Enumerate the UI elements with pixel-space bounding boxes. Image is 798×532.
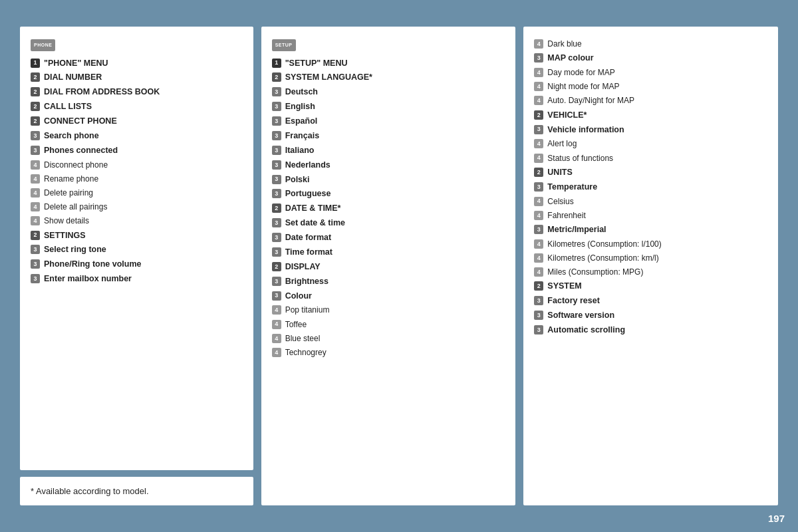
level-3-badge: 3: [31, 245, 40, 254]
item-label: Nederlands: [285, 160, 331, 171]
list-item: 4Fahrenheit: [534, 210, 767, 221]
item-label: Time format: [285, 247, 332, 258]
item-label: Colour: [285, 291, 312, 302]
item-label: SYSTEM: [547, 281, 581, 292]
item-label: DIAL NUMBER: [44, 72, 102, 83]
level-3-badge: 3: [272, 87, 281, 96]
list-item: 4Miles (Consumption: MPG): [534, 267, 767, 277]
list-item: 3Metric/Imperial: [534, 224, 767, 235]
item-label: Italiano: [285, 145, 315, 156]
list-item: 2SYSTEM: [534, 281, 767, 292]
item-label: Day mode for MAP: [547, 67, 614, 78]
level-3-badge: 3: [31, 274, 40, 283]
level-4-badge: 4: [31, 160, 40, 170]
item-label: Polski: [285, 174, 310, 186]
item-label: Brightness: [285, 276, 329, 287]
item-label: Date format: [285, 232, 331, 243]
level-3-badge: 3: [272, 291, 281, 301]
list-item: 3Software version: [534, 310, 767, 321]
list-item: 3Español: [272, 116, 505, 127]
level-3-badge: 3: [272, 116, 281, 126]
list-item: 3Polski: [272, 174, 505, 186]
item-label: Fahrenheit: [547, 210, 585, 221]
list-item: 3Automatic scrolling: [534, 325, 767, 336]
level-3-badge: 3: [272, 218, 281, 227]
item-label: Delete pairing: [44, 188, 93, 198]
list-item: 3Portuguese: [272, 188, 505, 200]
item-label: Français: [285, 130, 319, 142]
level-3-badge: 3: [534, 53, 543, 63]
item-label: Alert log: [547, 138, 577, 149]
level-3-badge: 3: [272, 247, 281, 257]
item-label: Night mode for MAP: [547, 81, 619, 92]
list-item: 4Rename phone: [31, 174, 243, 184]
list-item: 2DISPLAY: [272, 261, 505, 273]
level-2-badge: 2: [31, 72, 40, 82]
list-item: 3Phone/Ring tone volume: [31, 259, 243, 270]
list-item: 3Deutsch: [272, 86, 505, 98]
list-item: 2SETTINGS: [31, 230, 243, 241]
item-label: DISPLAY: [285, 261, 321, 273]
list-item: 4Kilometres (Consumption: l/100): [534, 239, 767, 249]
list-item: 4Auto. Day/Night for MAP: [534, 95, 767, 106]
list-item: 3Vehicle information: [534, 124, 767, 136]
level-3-badge: 3: [534, 311, 543, 320]
list-item: 4Toffee: [272, 319, 505, 330]
level-4-badge: 4: [534, 253, 543, 263]
list-item: 3Nederlands: [272, 160, 505, 171]
level-2-badge: 2: [534, 281, 543, 291]
item-label: Kilometres (Consumption: km/l): [547, 253, 658, 263]
item-label: Blue steel: [285, 333, 321, 344]
list-item: 1"PHONE" MENU: [31, 58, 243, 69]
item-label: Search phone: [44, 130, 99, 142]
setup-icon: SETUP: [272, 39, 296, 51]
list-item: 4Disconnect phone: [31, 160, 243, 170]
page-number: 197: [768, 513, 785, 524]
item-label: Miles (Consumption: MPG): [547, 267, 643, 277]
list-item: 4Delete pairing: [31, 188, 243, 198]
level-4-badge: 4: [272, 334, 281, 343]
item-label: Factory reset: [547, 295, 600, 307]
list-item: 3Select ring tone: [31, 244, 243, 255]
list-item: 2CALL LISTS: [31, 101, 243, 112]
item-label: SETTINGS: [44, 230, 86, 241]
level-2-badge: 2: [272, 203, 281, 213]
item-label: Status of functions: [547, 153, 613, 164]
level-4-badge: 4: [534, 267, 543, 277]
item-label: Dark blue: [547, 39, 581, 49]
level-4-badge: 4: [534, 96, 543, 105]
item-label: Delete all pairings: [44, 201, 107, 212]
level-3-badge: 3: [534, 296, 543, 305]
item-label: Technogrey: [285, 347, 327, 358]
level-4-badge: 4: [31, 174, 40, 184]
list-item: 4Day mode for MAP: [534, 67, 767, 78]
list-item: 2CONNECT PHONE: [31, 116, 243, 127]
level-2-badge: 2: [31, 87, 40, 96]
list-item: 2DIAL FROM ADDRESS BOOK: [31, 86, 243, 98]
list-item: 3English: [272, 101, 505, 112]
level-3-badge: 3: [272, 175, 281, 184]
item-label: Portuguese: [285, 188, 331, 200]
item-label: Temperature: [547, 182, 597, 193]
item-label: Select ring tone: [44, 244, 106, 255]
level-3-badge: 3: [272, 131, 281, 140]
list-item: 3Enter mailbox number: [31, 273, 243, 285]
item-label: Phone/Ring tone volume: [44, 259, 142, 270]
list-item: 2DATE & TIME*: [272, 203, 505, 214]
right-panel: 4Dark blue3MAP colour4Day mode for MAP4N…: [523, 27, 778, 505]
list-item: 4Dark blue: [534, 39, 767, 49]
level-3-badge: 3: [534, 325, 543, 334]
level-3-badge: 3: [31, 146, 40, 155]
item-label: Auto. Day/Night for MAP: [547, 95, 634, 106]
level-3-badge: 3: [272, 233, 281, 242]
level-2-badge: 2: [272, 262, 281, 271]
level-4-badge: 4: [31, 216, 40, 225]
item-label: Pop titanium: [285, 305, 330, 315]
item-label: Español: [285, 116, 318, 127]
right-menu: 4Dark blue3MAP colour4Day mode for MAP4N…: [534, 39, 767, 336]
item-label: UNITS: [547, 167, 573, 178]
item-label: Set date & time: [285, 217, 345, 229]
list-item: 2DIAL NUMBER: [31, 72, 243, 83]
page-container: PHONE 1"PHONE" MENU2DIAL NUMBER2DIAL FRO…: [0, 0, 798, 532]
item-label: Rename phone: [44, 174, 98, 184]
